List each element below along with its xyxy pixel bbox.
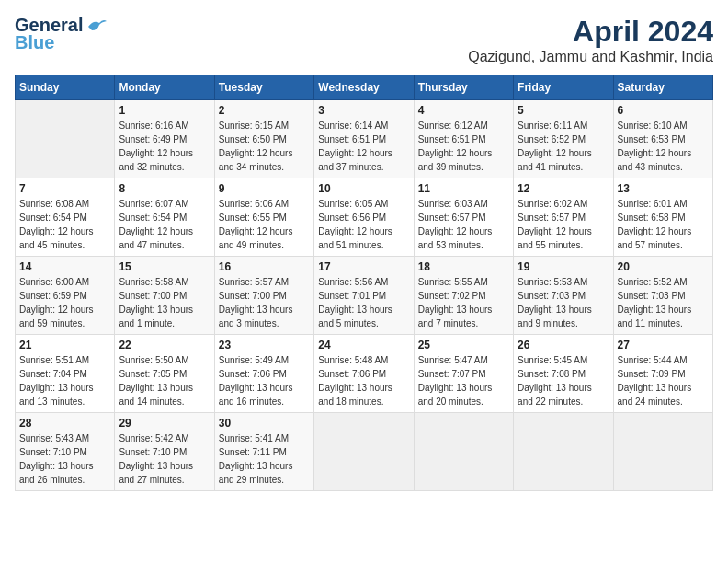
day-header-saturday: Saturday bbox=[613, 75, 712, 100]
title-area: April 2024 Qazigund, Jammu and Kashmir, … bbox=[468, 15, 713, 65]
calendar-cell bbox=[514, 413, 613, 491]
sunset-text: Sunset: 7:03 PM bbox=[618, 291, 686, 301]
daylight-text: Daylight: 13 hours and 20 minutes. bbox=[418, 383, 493, 407]
sunset-text: Sunset: 6:56 PM bbox=[318, 213, 386, 223]
sunset-text: Sunset: 7:11 PM bbox=[219, 447, 287, 457]
day-info: Sunrise: 5:42 AM Sunset: 7:10 PM Dayligh… bbox=[119, 431, 210, 487]
sunset-text: Sunset: 6:53 PM bbox=[618, 134, 686, 144]
calendar-cell: 11 Sunrise: 6:03 AM Sunset: 6:57 PM Dayl… bbox=[414, 178, 513, 257]
sunrise-text: Sunrise: 6:11 AM bbox=[518, 121, 587, 131]
day-number: 1 bbox=[119, 104, 210, 117]
daylight-text: Daylight: 13 hours and 11 minutes. bbox=[618, 304, 692, 328]
sunrise-text: Sunrise: 6:16 AM bbox=[119, 121, 188, 131]
sunset-text: Sunset: 6:57 PM bbox=[418, 213, 486, 223]
day-number: 3 bbox=[318, 104, 409, 117]
day-info: Sunrise: 5:52 AM Sunset: 7:03 PM Dayligh… bbox=[618, 275, 709, 330]
calendar-cell: 24 Sunrise: 5:48 AM Sunset: 7:06 PM Dayl… bbox=[314, 335, 414, 413]
day-number: 25 bbox=[418, 339, 509, 351]
calendar-cell: 10 Sunrise: 6:05 AM Sunset: 6:56 PM Dayl… bbox=[314, 178, 414, 257]
sunrise-text: Sunrise: 6:15 AM bbox=[219, 121, 289, 131]
daylight-text: Daylight: 12 hours and 37 minutes. bbox=[318, 148, 392, 172]
sunrise-text: Sunrise: 5:52 AM bbox=[618, 277, 688, 287]
day-header-monday: Monday bbox=[115, 75, 214, 100]
calendar-week-2: 7 Sunrise: 6:08 AM Sunset: 6:54 PM Dayli… bbox=[16, 178, 713, 257]
sunset-text: Sunset: 7:00 PM bbox=[119, 291, 187, 301]
sunrise-text: Sunrise: 5:53 AM bbox=[518, 277, 587, 287]
calendar-cell: 1 Sunrise: 6:16 AM Sunset: 6:49 PM Dayli… bbox=[115, 100, 214, 178]
day-number: 27 bbox=[618, 339, 709, 351]
calendar-cell: 21 Sunrise: 5:51 AM Sunset: 7:04 PM Dayl… bbox=[16, 335, 115, 413]
sunset-text: Sunset: 7:01 PM bbox=[318, 291, 386, 301]
calendar-cell: 7 Sunrise: 6:08 AM Sunset: 6:54 PM Dayli… bbox=[16, 178, 115, 257]
day-header-friday: Friday bbox=[514, 75, 613, 100]
day-info: Sunrise: 5:49 AM Sunset: 7:06 PM Dayligh… bbox=[219, 353, 310, 408]
daylight-text: Daylight: 12 hours and 51 minutes. bbox=[318, 226, 392, 250]
sunset-text: Sunset: 7:02 PM bbox=[418, 291, 486, 301]
day-number: 4 bbox=[418, 104, 509, 117]
day-header-thursday: Thursday bbox=[414, 75, 513, 100]
daylight-text: Daylight: 12 hours and 55 minutes. bbox=[518, 226, 592, 250]
calendar-cell: 17 Sunrise: 5:56 AM Sunset: 7:01 PM Dayl… bbox=[314, 257, 414, 335]
sunset-text: Sunset: 7:07 PM bbox=[418, 369, 486, 379]
daylight-text: Daylight: 13 hours and 29 minutes. bbox=[219, 461, 293, 485]
sunrise-text: Sunrise: 5:50 AM bbox=[119, 355, 188, 365]
day-number: 19 bbox=[518, 260, 609, 273]
calendar-cell: 12 Sunrise: 6:02 AM Sunset: 6:57 PM Dayl… bbox=[514, 178, 613, 257]
calendar-cell: 19 Sunrise: 5:53 AM Sunset: 7:03 PM Dayl… bbox=[514, 257, 613, 335]
sunset-text: Sunset: 6:59 PM bbox=[19, 291, 87, 301]
calendar-cell: 27 Sunrise: 5:44 AM Sunset: 7:09 PM Dayl… bbox=[613, 335, 712, 413]
sunset-text: Sunset: 7:06 PM bbox=[318, 369, 386, 379]
daylight-text: Daylight: 13 hours and 14 minutes. bbox=[119, 383, 193, 407]
header-row: SundayMondayTuesdayWednesdayThursdayFrid… bbox=[16, 75, 713, 100]
header: General Blue April 2024 Qazigund, Jammu … bbox=[15, 15, 713, 65]
day-info: Sunrise: 6:10 AM Sunset: 6:53 PM Dayligh… bbox=[618, 119, 709, 174]
daylight-text: Daylight: 13 hours and 22 minutes. bbox=[518, 383, 592, 407]
day-info: Sunrise: 6:11 AM Sunset: 6:52 PM Dayligh… bbox=[518, 119, 609, 174]
day-info: Sunrise: 5:48 AM Sunset: 7:06 PM Dayligh… bbox=[318, 353, 409, 408]
day-number: 15 bbox=[119, 260, 210, 273]
day-info: Sunrise: 5:43 AM Sunset: 7:10 PM Dayligh… bbox=[19, 431, 110, 487]
calendar-cell: 14 Sunrise: 6:00 AM Sunset: 6:59 PM Dayl… bbox=[16, 257, 115, 335]
sunrise-text: Sunrise: 6:10 AM bbox=[618, 121, 688, 131]
sunset-text: Sunset: 6:54 PM bbox=[19, 213, 87, 223]
sunrise-text: Sunrise: 5:48 AM bbox=[318, 355, 388, 365]
sunrise-text: Sunrise: 6:07 AM bbox=[119, 199, 188, 209]
day-info: Sunrise: 5:57 AM Sunset: 7:00 PM Dayligh… bbox=[219, 275, 310, 330]
day-info: Sunrise: 6:06 AM Sunset: 6:55 PM Dayligh… bbox=[219, 197, 310, 252]
sunrise-text: Sunrise: 5:55 AM bbox=[418, 277, 488, 287]
calendar-cell: 2 Sunrise: 6:15 AM Sunset: 6:50 PM Dayli… bbox=[214, 100, 313, 178]
daylight-text: Daylight: 13 hours and 3 minutes. bbox=[219, 304, 293, 328]
day-number: 13 bbox=[618, 182, 709, 195]
daylight-text: Daylight: 13 hours and 26 minutes. bbox=[19, 461, 94, 485]
sunrise-text: Sunrise: 6:03 AM bbox=[418, 199, 488, 209]
sunset-text: Sunset: 6:50 PM bbox=[219, 134, 287, 144]
day-number: 9 bbox=[219, 182, 310, 195]
sunset-text: Sunset: 6:55 PM bbox=[219, 213, 287, 223]
sunset-text: Sunset: 6:52 PM bbox=[518, 134, 586, 144]
sunset-text: Sunset: 6:54 PM bbox=[119, 213, 187, 223]
day-info: Sunrise: 5:53 AM Sunset: 7:03 PM Dayligh… bbox=[518, 275, 609, 330]
day-info: Sunrise: 6:08 AM Sunset: 6:54 PM Dayligh… bbox=[19, 197, 110, 252]
calendar-cell: 30 Sunrise: 5:41 AM Sunset: 7:11 PM Dayl… bbox=[214, 413, 313, 491]
day-info: Sunrise: 6:12 AM Sunset: 6:51 PM Dayligh… bbox=[418, 119, 509, 174]
calendar-cell: 3 Sunrise: 6:14 AM Sunset: 6:51 PM Dayli… bbox=[314, 100, 414, 178]
day-number: 14 bbox=[19, 260, 110, 273]
day-info: Sunrise: 6:02 AM Sunset: 6:57 PM Dayligh… bbox=[518, 197, 609, 252]
day-info: Sunrise: 6:15 AM Sunset: 6:50 PM Dayligh… bbox=[219, 119, 310, 174]
day-number: 30 bbox=[219, 417, 310, 430]
day-info: Sunrise: 5:44 AM Sunset: 7:09 PM Dayligh… bbox=[618, 353, 709, 408]
sunrise-text: Sunrise: 5:56 AM bbox=[318, 277, 388, 287]
sunrise-text: Sunrise: 5:43 AM bbox=[19, 433, 89, 443]
day-header-sunday: Sunday bbox=[16, 75, 115, 100]
sunrise-text: Sunrise: 5:44 AM bbox=[618, 355, 688, 365]
day-info: Sunrise: 6:00 AM Sunset: 6:59 PM Dayligh… bbox=[19, 275, 110, 330]
day-info: Sunrise: 6:14 AM Sunset: 6:51 PM Dayligh… bbox=[318, 119, 409, 174]
day-number: 26 bbox=[518, 339, 609, 351]
sunset-text: Sunset: 7:10 PM bbox=[119, 447, 187, 457]
calendar-cell: 26 Sunrise: 5:45 AM Sunset: 7:08 PM Dayl… bbox=[514, 335, 613, 413]
calendar-header: SundayMondayTuesdayWednesdayThursdayFrid… bbox=[16, 75, 713, 100]
daylight-text: Daylight: 13 hours and 7 minutes. bbox=[418, 304, 493, 328]
calendar-cell: 5 Sunrise: 6:11 AM Sunset: 6:52 PM Dayli… bbox=[514, 100, 613, 178]
calendar-cell: 16 Sunrise: 5:57 AM Sunset: 7:00 PM Dayl… bbox=[214, 257, 313, 335]
sunset-text: Sunset: 6:58 PM bbox=[618, 213, 686, 223]
